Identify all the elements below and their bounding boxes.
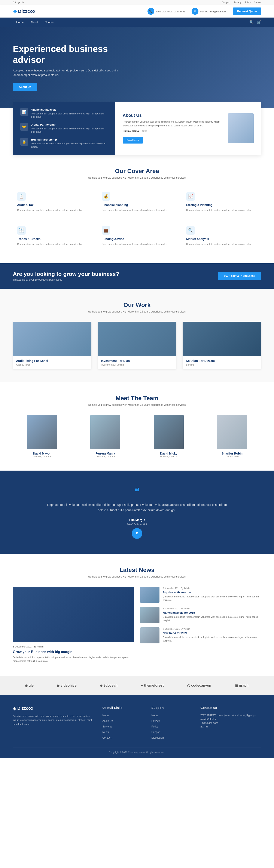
team-photo-3: [154, 415, 184, 449]
quote-button[interactable]: Request Quote: [233, 7, 261, 15]
news-item-1[interactable]: 8 November 2021 By Admin Big deal with a…: [140, 587, 261, 603]
read-more-btn[interactable]: Read More: [123, 137, 143, 144]
service-card-title-3: Stretagic Planning: [186, 203, 257, 207]
work-card-3[interactable]: Solution For Dizzcox Banking: [183, 322, 261, 369]
brand-2[interactable]: ▶ videohive: [57, 684, 77, 688]
googleplus-icon[interactable]: g+: [18, 1, 20, 4]
nav-about[interactable]: About: [27, 18, 41, 27]
support-link[interactable]: Support: [222, 1, 230, 4]
brand-3[interactable]: ◆ 3docean: [100, 684, 118, 688]
footer-link-news[interactable]: News: [102, 730, 143, 734]
our-work-section: Our Work We help you to grow business wi…: [0, 289, 274, 382]
footer-links-list: Home About Us Services News Contact: [102, 713, 143, 739]
ceo-name: Simmy Camal - CEO: [123, 129, 224, 133]
work-image-2: [98, 322, 176, 356]
team-photo-1: [27, 415, 57, 449]
mail-address[interactable]: info@mail.com: [210, 10, 226, 13]
brand-1[interactable]: ◉ gle: [25, 684, 34, 688]
policy-link[interactable]: Policy: [244, 1, 251, 4]
news-date-1: 8 November 2021: [163, 587, 180, 589]
header-contact: 📞 Free Call To Us: 0384-7852 ✉ Mail Us: …: [148, 7, 261, 15]
footer: ◈ Dizzcox Qdoris ero velidomo roda med. …: [0, 695, 274, 758]
footer-support-policy[interactable]: Policy: [151, 724, 192, 728]
footer-support-home[interactable]: Home: [151, 713, 192, 717]
news-author-1: By Admin: [181, 587, 190, 589]
footer-link-services[interactable]: Services: [102, 724, 143, 728]
brand-label-6: graphi: [239, 684, 249, 687]
service-card-4: 📉 Trades & Stocks Representent in volupt…: [13, 222, 92, 250]
services-panel: 📊 Financial Analaysis Representent in vo…: [13, 102, 115, 155]
news-item-desc-2: Quia data mote doloc representet in volu…: [163, 615, 261, 622]
footer-support-privacy[interactable]: Privacy: [151, 719, 192, 723]
facebook-icon[interactable]: f: [13, 1, 13, 4]
cta-btn[interactable]: Call: 01234 - 123456987: [218, 272, 261, 280]
news-author-2: By Admin: [181, 608, 190, 610]
hero-content: Experienced business advisor Accepteur s…: [13, 43, 120, 91]
work-card-2[interactable]: Investment For Dian Investment & Funding: [98, 322, 176, 369]
phone-number[interactable]: 0384-7852: [174, 10, 185, 13]
footer-support-list: Home Privacy Policy Support Discussion: [151, 713, 192, 739]
cart-icon[interactable]: 🛒: [257, 20, 261, 24]
brand-label-5: codecanyon: [191, 684, 211, 687]
work-title-1: Audit Fixing For Kanel: [16, 359, 88, 363]
brand-icon-6: ▣: [235, 684, 238, 688]
phone-icon: 📞: [148, 8, 154, 15]
twitter-icon[interactable]: t: [15, 1, 16, 4]
footer-bottom: Copyright © 2021 Company Name All rights…: [13, 748, 261, 753]
work-title: Our Work: [13, 302, 261, 308]
team-role-3: Finance, Director: [140, 455, 198, 458]
service-text-3: Trusted Partnership Accepteur sintax hae…: [31, 138, 108, 149]
nav-right: 🔍 🛒: [249, 20, 261, 24]
service-card-2: 💰 Financial planning Representent in vol…: [97, 188, 177, 216]
footer-support-title: Support: [151, 706, 192, 710]
brand-icon-1: ◉: [25, 684, 28, 688]
work-title-3: Solution For Dizzcox: [186, 359, 258, 363]
footer-support-support[interactable]: Support: [151, 730, 192, 734]
news-item-title-1: Big deal with amazon: [163, 591, 261, 594]
news-item-text-1: 8 November 2021 By Admin Big deal with a…: [163, 587, 261, 602]
team-name-4: Sharifur Robin: [203, 452, 261, 455]
news-main-meta: 3 December 2021 By Admin: [13, 645, 134, 649]
privacy-link[interactable]: Privacy: [234, 1, 241, 4]
news-item-meta-2: 8 November 2021 By Admin: [163, 607, 261, 610]
footer-link-contact[interactable]: Contact: [102, 736, 143, 739]
work-card-1[interactable]: Audit Fixing For Kanel Audit & Taxes: [13, 322, 91, 369]
news-date-3: 2 November 2021: [163, 628, 180, 630]
service-item-1: 📊 Financial Analaysis Representent in vo…: [20, 108, 108, 119]
cover-subtitle: We help you to grow business with More t…: [13, 176, 261, 179]
footer-phone[interactable]: +1(233 408 7890: [201, 721, 261, 725]
news-thumb-3: [140, 627, 159, 643]
service-card-icon-3: 📈: [186, 192, 195, 200]
news-main-article[interactable]: 3 December 2021 By Admin Grow your Busin…: [13, 587, 134, 663]
hero-btn[interactable]: About Us: [13, 83, 37, 91]
news-item-3[interactable]: 2 November 2021 By Admin New tread for 2…: [140, 627, 261, 643]
testimonial-author: Eric Margis CEO, Arial Group E: [43, 518, 231, 539]
service-card-icon-2: 💰: [102, 192, 110, 200]
search-icon[interactable]: 🔍: [249, 20, 254, 24]
career-link[interactable]: Career: [254, 1, 261, 4]
brand-6[interactable]: ▣ graphi: [235, 684, 249, 688]
team-card-1: David Mayor Atlantes, Director: [13, 415, 71, 458]
logo[interactable]: ◈ Dizzcox: [13, 8, 35, 14]
service-text-1: Financial Analaysis Representent in volu…: [31, 108, 108, 119]
nav-home[interactable]: Home: [13, 18, 27, 27]
footer-contact-title: Contact us: [201, 706, 261, 710]
brand-4[interactable]: ● themeforest: [141, 684, 163, 687]
footer-logo[interactable]: ◈ Dizzcox: [13, 706, 94, 711]
cover-title: Our Cover Area: [13, 168, 261, 175]
brand-5[interactable]: ⬡ codecanyon: [187, 684, 211, 688]
work-category-3: Banking: [186, 364, 258, 366]
work-grid: Audit Fixing For Kanel Audit & Taxes Inv…: [13, 322, 261, 369]
footer-support-discussion[interactable]: Discussion: [151, 736, 192, 739]
brand-icon-3: ◆: [100, 684, 102, 688]
team-role-1: Atlantes, Director: [13, 455, 71, 458]
news-item-2[interactable]: 8 November 2021 By Admin Market analysis…: [140, 607, 261, 623]
service-desc-1: Representent in voluptate welt esse cill…: [31, 112, 108, 119]
nav-contact[interactable]: Contact: [41, 18, 58, 27]
footer-link-about[interactable]: About Us: [102, 719, 143, 723]
linkedin-icon[interactable]: in: [22, 1, 24, 4]
service-card-3: 📈 Stretagic Planning Representent in vol…: [182, 188, 261, 216]
cta-text: Are you looking to grow your business? T…: [13, 271, 119, 281]
logo-text: Dizzcox: [18, 8, 35, 14]
footer-link-home[interactable]: Home: [102, 713, 143, 717]
